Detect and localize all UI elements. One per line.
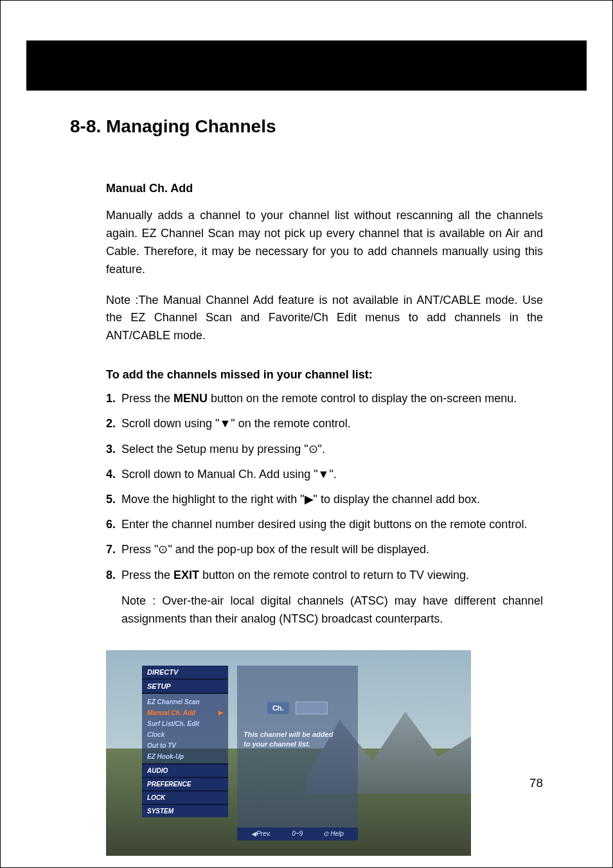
triangle-right-icon: ▶ <box>218 709 223 716</box>
steps-heading: To add the channels missed in your chann… <box>106 368 543 382</box>
step-item: 6.Enter the channel number desired using… <box>106 517 543 533</box>
step-bold: EXIT <box>173 569 199 581</box>
tv-menu-item-label: EZ Channel Scan <box>147 698 200 705</box>
subsection-title: Manual Ch. Add <box>106 182 543 195</box>
tv-category: LOCK <box>142 790 228 804</box>
tv-osd-panel: Ch. This channel will be added to your c… <box>237 666 358 840</box>
tv-ch-label: Ch. <box>267 702 289 714</box>
tv-setup-items: EZ Channel ScanManual Ch. Add▶Surf List/… <box>142 694 228 763</box>
step-text: Press "⊙" and the pop-up box of the resu… <box>121 543 429 556</box>
step-text: Scroll down using "▼" on the remote cont… <box>121 417 351 430</box>
tv-other-categories: AUDIOPREFERENCELOCKSYSTEM <box>142 763 228 817</box>
step-text: Move the highlight to the right with "▶"… <box>121 493 480 506</box>
tv-menu-item-label: Manual Ch. Add <box>147 709 195 716</box>
steps-footnote: Note : Over-the-air local digital channe… <box>121 592 543 628</box>
tv-ch-input-box <box>296 702 328 714</box>
tv-message-line2: to your channel list. <box>244 740 310 748</box>
page-number: 78 <box>529 776 543 790</box>
tv-menu-item: EZ Channel Scan <box>146 696 224 707</box>
chapter-band <box>26 40 587 91</box>
tv-menu-item: Surf List/Ch. Edit <box>146 718 224 729</box>
tv-message: This channel will be added to your chann… <box>244 730 351 750</box>
step-number: 6. <box>106 517 116 533</box>
tv-category: PREFERENCE <box>142 777 228 790</box>
body-block: Manual Ch. Add Manually adds a channel t… <box>106 182 543 628</box>
tv-screenshot: DIRECTV SETUP EZ Channel ScanManual Ch. … <box>106 650 471 856</box>
paragraph-note: Note :The Manual Channel Add feature is … <box>106 292 543 346</box>
tv-osd-menu: DIRECTV SETUP EZ Channel ScanManual Ch. … <box>142 666 228 817</box>
tv-menu-item-label: Clock <box>147 731 164 738</box>
page-content: 8-8. Managing Channels Manual Ch. Add Ma… <box>70 116 543 856</box>
tv-menu-item: EZ Hook-Up <box>146 751 224 762</box>
tv-message-line1: This channel will be added <box>244 731 333 738</box>
tv-menu-item: Out to TV <box>146 740 224 751</box>
tv-menu-item: Clock <box>146 729 224 740</box>
step-text: Press the EXIT button on the remote cont… <box>121 569 469 581</box>
step-text: Enter the channel number desired using t… <box>121 518 527 531</box>
tv-menu-item-label: Out to TV <box>147 742 176 749</box>
step-number: 7. <box>106 542 116 558</box>
tv-menu-item-label: EZ Hook-Up <box>147 753 184 760</box>
step-number: 4. <box>106 466 116 483</box>
paragraph: Manually adds a channel to your channel … <box>106 207 543 279</box>
tv-footer-hint: 0~9 <box>292 830 303 837</box>
steps-list: 1.Press the MENU button on the remote co… <box>106 391 543 583</box>
step-item: 8.Press the EXIT button on the remote co… <box>106 567 543 583</box>
step-text: Select the Setup menu by pressing "⊙". <box>121 443 325 456</box>
step-item: 4.Scroll down to Manual Ch. Add using "▼… <box>106 466 543 483</box>
tv-footer-hint: ◀Prev. <box>251 830 271 837</box>
tv-category: AUDIO <box>142 763 228 777</box>
tv-brand: DIRECTV <box>142 666 228 680</box>
tv-menu-item-label: Surf List/Ch. Edit <box>147 720 199 727</box>
step-number: 8. <box>106 567 116 583</box>
step-item: 3.Select the Setup menu by pressing "⊙". <box>106 441 543 457</box>
tv-osd-footer: ◀Prev.0~9⊙ Help <box>237 828 358 840</box>
tv-footer-hint: ⊙ Help <box>323 830 343 837</box>
step-bold: MENU <box>173 392 208 405</box>
step-number: 1. <box>106 391 116 407</box>
tv-menu-item: Manual Ch. Add▶ <box>146 707 224 718</box>
step-number: 5. <box>106 492 116 508</box>
section-title: 8-8. Managing Channels <box>70 116 543 137</box>
tv-channel-row: Ch. <box>237 702 358 714</box>
tv-category-setup: SETUP <box>142 680 228 694</box>
tv-category: SYSTEM <box>142 804 228 817</box>
step-text: Scroll down to Manual Ch. Add using "▼". <box>121 468 337 481</box>
step-item: 7.Press "⊙" and the pop-up box of the re… <box>106 542 543 558</box>
step-item: 2.Scroll down using "▼" on the remote co… <box>106 416 543 432</box>
step-text: Press the MENU button on the remote cont… <box>121 392 517 405</box>
step-item: 1.Press the MENU button on the remote co… <box>106 391 543 407</box>
step-number: 3. <box>106 441 116 457</box>
step-item: 5.Move the highlight to the right with "… <box>106 492 543 508</box>
document-page: 8-8. Managing Channels Manual Ch. Add Ma… <box>0 0 613 868</box>
step-number: 2. <box>106 416 116 432</box>
